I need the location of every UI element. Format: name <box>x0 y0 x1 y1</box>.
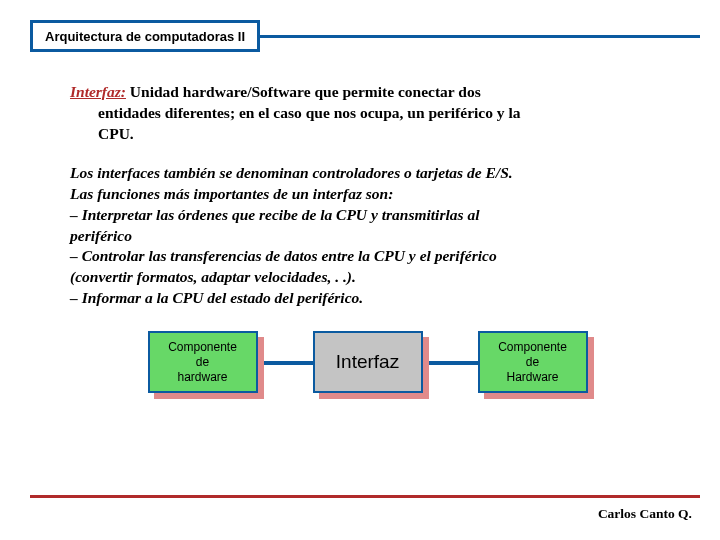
definition-block: Interfaz: Unidad hardware/Software que p… <box>70 82 665 145</box>
connector-right <box>423 361 478 365</box>
slide-title-box: Arquitectura de computadoras II <box>30 20 260 52</box>
body-line-5: – Controlar las transferencias de datos … <box>70 246 665 267</box>
diagram: Componentedehardware Interfaz Componente… <box>70 331 665 393</box>
box-content-right: ComponentedeHardware <box>478 331 588 393</box>
box-label-center: Interfaz <box>336 350 399 374</box>
diagram-box-right: ComponentedeHardware <box>478 331 588 393</box>
definition-line-1: Interfaz: Unidad hardware/Software que p… <box>70 82 665 103</box>
definition-text-1: Unidad hardware/Software que permite con… <box>126 83 481 100</box>
connector-left <box>258 361 313 365</box>
body-line-6: (convertir formatos, adaptar velocidades… <box>70 267 665 288</box>
box-content-center: Interfaz <box>313 331 423 393</box>
header: Arquitectura de computadoras II <box>0 0 720 52</box>
definition-label: Interfaz: <box>70 83 126 100</box>
slide-title: Arquitectura de computadoras II <box>45 29 245 44</box>
footer-author: Carlos Canto Q. <box>598 506 692 522</box>
definition-text-3: CPU. <box>70 124 665 145</box>
body-line-1: Los interfaces también se denominan cont… <box>70 163 665 184</box>
box-label-left: Componentedehardware <box>168 340 237 385</box>
diagram-box-left: Componentedehardware <box>148 331 258 393</box>
box-label-right: ComponentedeHardware <box>498 340 567 385</box>
body-line-4: periférico <box>70 226 665 247</box>
body-line-7: – Informar a la CPU del estado del perif… <box>70 288 665 309</box>
body-block: Los interfaces también se denominan cont… <box>70 163 665 309</box>
box-content-left: Componentedehardware <box>148 331 258 393</box>
definition-text-2: entidades diferentes; en el caso que nos… <box>70 103 665 124</box>
content-area: Interfaz: Unidad hardware/Software que p… <box>0 52 720 403</box>
body-line-2: Las funciones más importantes de un inte… <box>70 184 665 205</box>
footer-rule <box>30 495 700 498</box>
diagram-box-center: Interfaz <box>313 331 423 393</box>
body-line-3: – Interpretar las órdenes que recibe de … <box>70 205 665 226</box>
